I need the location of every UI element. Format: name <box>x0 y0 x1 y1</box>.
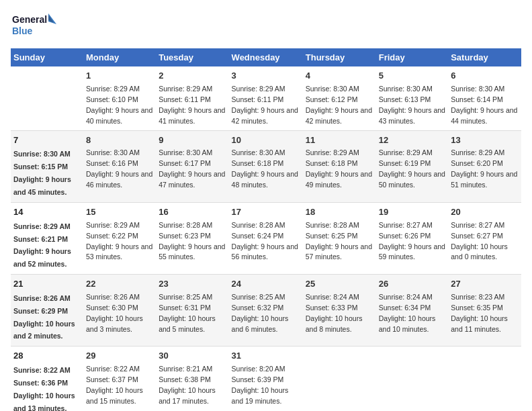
day-cell: 30Sunrise: 8:21 AMSunset: 6:38 PMDayligh… <box>156 347 228 411</box>
day-cell: 20Sunrise: 8:27 AMSunset: 6:27 PMDayligh… <box>448 202 521 274</box>
day-number: 3 <box>232 70 300 83</box>
day-number: 9 <box>159 134 226 147</box>
day-number: 19 <box>379 206 445 219</box>
day-cell: 22Sunrise: 8:26 AMSunset: 6:30 PMDayligh… <box>83 275 156 347</box>
cell-info: Sunrise: 8:25 AMSunset: 6:31 PMDaylight:… <box>159 293 216 333</box>
day-number: 25 <box>306 278 373 291</box>
day-number: 1 <box>86 70 153 83</box>
cell-info: Sunrise: 8:30 AMSunset: 6:12 PMDaylight:… <box>306 85 372 125</box>
logo-svg: General Blue <box>11 11 58 40</box>
day-number: 27 <box>451 278 519 291</box>
cell-info: Sunrise: 8:30 AMSunset: 6:18 PMDaylight:… <box>232 148 298 189</box>
header-row: SundayMondayTuesdayWednesdayThursdayFrid… <box>11 48 521 66</box>
calendar-body: 1Sunrise: 8:29 AMSunset: 6:10 PMDaylight… <box>11 66 521 411</box>
day-cell: 15Sunrise: 8:29 AMSunset: 6:22 PMDayligh… <box>83 202 156 274</box>
day-number: 23 <box>159 278 226 291</box>
day-cell: 5Sunrise: 8:30 AMSunset: 6:13 PMDaylight… <box>376 66 448 130</box>
cell-info: Sunrise: 8:29 AMSunset: 6:11 PMDaylight:… <box>159 85 225 125</box>
page-header: General Blue <box>11 11 521 40</box>
cell-info: Sunrise: 8:29 AMSunset: 6:19 PMDaylight:… <box>379 148 445 189</box>
day-cell: 9Sunrise: 8:30 AMSunset: 6:17 PMDaylight… <box>156 130 228 202</box>
cell-info: Sunrise: 8:29 AMSunset: 6:10 PMDaylight:… <box>86 85 152 125</box>
day-cell: 13Sunrise: 8:29 AMSunset: 6:20 PMDayligh… <box>448 130 521 202</box>
day-cell: 29Sunrise: 8:22 AMSunset: 6:37 PMDayligh… <box>83 347 156 411</box>
calendar-table: SundayMondayTuesdayWednesdayThursdayFrid… <box>11 48 521 411</box>
cell-info: Sunrise: 8:24 AMSunset: 6:33 PMDaylight:… <box>306 293 363 333</box>
day-cell: 8Sunrise: 8:30 AMSunset: 6:16 PMDaylight… <box>83 130 156 202</box>
svg-text:General: General <box>12 14 47 25</box>
day-number: 12 <box>379 134 445 147</box>
day-cell: 18Sunrise: 8:28 AMSunset: 6:25 PMDayligh… <box>303 202 376 274</box>
cell-info: Sunrise: 8:22 AMSunset: 6:36 PMDaylight:… <box>13 366 75 411</box>
cell-info: Sunrise: 8:30 AMSunset: 6:15 PMDaylight:… <box>13 150 71 196</box>
cell-info: Sunrise: 8:30 AMSunset: 6:17 PMDaylight:… <box>159 148 225 189</box>
day-cell: 4Sunrise: 8:30 AMSunset: 6:12 PMDaylight… <box>303 66 376 130</box>
day-number: 20 <box>451 206 519 219</box>
day-number: 21 <box>13 278 81 291</box>
day-number: 2 <box>159 70 226 83</box>
day-number: 13 <box>451 134 519 147</box>
logo: General Blue <box>11 11 58 40</box>
day-cell: 23Sunrise: 8:25 AMSunset: 6:31 PMDayligh… <box>156 275 228 347</box>
day-number: 26 <box>379 278 445 291</box>
header-cell-thursday: Thursday <box>303 48 376 66</box>
day-number: 22 <box>86 278 153 291</box>
day-number: 31 <box>232 350 300 363</box>
day-cell: 25Sunrise: 8:24 AMSunset: 6:33 PMDayligh… <box>303 275 376 347</box>
cell-info: Sunrise: 8:26 AMSunset: 6:29 PMDaylight:… <box>13 294 75 340</box>
day-cell: 27Sunrise: 8:23 AMSunset: 6:35 PMDayligh… <box>448 275 521 347</box>
header-cell-wednesday: Wednesday <box>229 48 303 66</box>
day-number: 14 <box>13 206 81 219</box>
day-number: 8 <box>86 134 153 147</box>
day-cell: 12Sunrise: 8:29 AMSunset: 6:19 PMDayligh… <box>376 130 448 202</box>
week-row-1: 1Sunrise: 8:29 AMSunset: 6:10 PMDaylight… <box>11 66 521 130</box>
cell-info: Sunrise: 8:29 AMSunset: 6:18 PMDaylight:… <box>306 148 372 189</box>
calendar-header: SundayMondayTuesdayWednesdayThursdayFrid… <box>11 48 521 66</box>
cell-info: Sunrise: 8:29 AMSunset: 6:21 PMDaylight:… <box>13 222 71 269</box>
cell-info: Sunrise: 8:23 AMSunset: 6:35 PMDaylight:… <box>451 293 508 333</box>
day-cell: 24Sunrise: 8:25 AMSunset: 6:32 PMDayligh… <box>229 275 303 347</box>
day-number: 5 <box>379 70 445 83</box>
header-cell-saturday: Saturday <box>448 48 521 66</box>
week-row-2: 7Sunrise: 8:30 AMSunset: 6:15 PMDaylight… <box>11 130 521 202</box>
day-number: 29 <box>86 350 153 363</box>
cell-info: Sunrise: 8:30 AMSunset: 6:14 PMDaylight:… <box>451 85 517 125</box>
cell-info: Sunrise: 8:26 AMSunset: 6:30 PMDaylight:… <box>86 293 143 333</box>
day-cell: 6Sunrise: 8:30 AMSunset: 6:14 PMDaylight… <box>448 66 521 130</box>
day-cell <box>376 347 448 411</box>
cell-info: Sunrise: 8:27 AMSunset: 6:26 PMDaylight:… <box>379 221 445 261</box>
day-number: 16 <box>159 206 226 219</box>
cell-info: Sunrise: 8:28 AMSunset: 6:23 PMDaylight:… <box>159 221 225 261</box>
cell-info: Sunrise: 8:28 AMSunset: 6:25 PMDaylight:… <box>306 221 372 261</box>
day-cell: 7Sunrise: 8:30 AMSunset: 6:15 PMDaylight… <box>11 130 83 202</box>
cell-info: Sunrise: 8:29 AMSunset: 6:11 PMDaylight:… <box>232 85 298 125</box>
day-number: 28 <box>13 350 81 363</box>
header-cell-monday: Monday <box>83 48 156 66</box>
day-number: 4 <box>306 70 373 83</box>
day-number: 24 <box>232 278 300 291</box>
cell-info: Sunrise: 8:22 AMSunset: 6:37 PMDaylight:… <box>86 365 143 405</box>
day-cell <box>448 347 521 411</box>
cell-info: Sunrise: 8:20 AMSunset: 6:39 PMDaylight:… <box>232 365 289 405</box>
week-row-4: 21Sunrise: 8:26 AMSunset: 6:29 PMDayligh… <box>11 275 521 347</box>
cell-info: Sunrise: 8:21 AMSunset: 6:38 PMDaylight:… <box>159 365 216 405</box>
day-cell <box>303 347 376 411</box>
cell-info: Sunrise: 8:24 AMSunset: 6:34 PMDaylight:… <box>379 293 436 333</box>
day-number: 6 <box>451 70 519 83</box>
day-cell: 11Sunrise: 8:29 AMSunset: 6:18 PMDayligh… <box>303 130 376 202</box>
cell-info: Sunrise: 8:30 AMSunset: 6:13 PMDaylight:… <box>379 85 445 125</box>
day-number: 11 <box>306 134 373 147</box>
day-cell: 31Sunrise: 8:20 AMSunset: 6:39 PMDayligh… <box>229 347 303 411</box>
day-number: 10 <box>232 134 300 147</box>
day-cell: 3Sunrise: 8:29 AMSunset: 6:11 PMDaylight… <box>229 66 303 130</box>
day-number: 30 <box>159 350 226 363</box>
cell-info: Sunrise: 8:30 AMSunset: 6:16 PMDaylight:… <box>86 148 152 189</box>
day-cell: 2Sunrise: 8:29 AMSunset: 6:11 PMDaylight… <box>156 66 228 130</box>
day-number: 7 <box>13 134 81 147</box>
header-cell-tuesday: Tuesday <box>156 48 228 66</box>
week-row-3: 14Sunrise: 8:29 AMSunset: 6:21 PMDayligh… <box>11 202 521 274</box>
cell-info: Sunrise: 8:29 AMSunset: 6:22 PMDaylight:… <box>86 221 152 261</box>
cell-info: Sunrise: 8:25 AMSunset: 6:32 PMDaylight:… <box>232 293 289 333</box>
day-number: 15 <box>86 206 153 219</box>
day-cell: 10Sunrise: 8:30 AMSunset: 6:18 PMDayligh… <box>229 130 303 202</box>
